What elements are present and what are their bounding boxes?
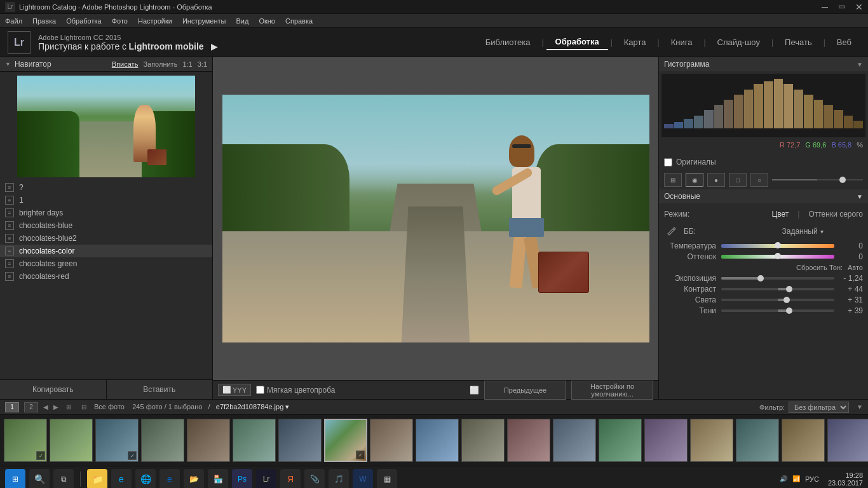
paste-button[interactable]: Вставить	[107, 380, 213, 399]
taskbar-clock[interactable]: 19:28 23.03.2017	[828, 471, 863, 487]
view-mode-square[interactable]: □	[729, 173, 747, 187]
film-thumb[interactable]: ✓	[95, 419, 139, 462]
menu-view[interactable]: Вид	[236, 17, 249, 25]
volume-icon[interactable]: 📶	[792, 475, 800, 482]
film-thumb[interactable]	[827, 419, 868, 462]
film-thumb[interactable]	[736, 419, 779, 462]
view-mode-dot[interactable]: ●	[707, 173, 725, 187]
page-2-btn[interactable]: 2	[24, 402, 38, 412]
preset-item[interactable]: ≡ chocolates-blue	[0, 219, 212, 232]
originals-checkbox[interactable]	[664, 158, 672, 166]
menu-help[interactable]: Справка	[285, 17, 313, 25]
tab-develop[interactable]: Обработка	[546, 34, 608, 50]
film-thumb[interactable]	[141, 419, 184, 462]
tab-library[interactable]: Библиотека	[477, 35, 539, 50]
film-thumb[interactable]	[782, 419, 825, 462]
single-view-btn[interactable]: ⊟	[79, 402, 89, 412]
film-thumb-selected[interactable]: ✓	[324, 419, 367, 462]
close-button[interactable]: ✕	[855, 2, 863, 12]
prev-arrow[interactable]: ◀	[43, 403, 48, 410]
edge-button[interactable]: e	[159, 469, 180, 489]
next-arrow[interactable]: ▶	[53, 403, 58, 410]
preset-item[interactable]: ≡ chocolates-blue2	[0, 232, 212, 245]
zoom-1-1[interactable]: 1:1	[182, 60, 192, 68]
film-thumb[interactable]	[50, 419, 93, 462]
view-mode-circle2[interactable]: ○	[750, 173, 768, 187]
menu-develop[interactable]: Обработка	[66, 17, 101, 25]
default-settings-button[interactable]: Настройки по умолчанию...	[571, 381, 653, 400]
film-thumb[interactable]	[187, 419, 230, 462]
menu-settings[interactable]: Настройки	[138, 17, 172, 25]
ie-button[interactable]: e	[111, 469, 132, 489]
photoshop-button[interactable]: Ps	[232, 469, 252, 489]
preset-item[interactable]: ≡ chocolates-red	[0, 270, 212, 283]
app2-button[interactable]: 🎵	[329, 469, 349, 489]
menu-file[interactable]: Файл	[5, 17, 22, 25]
preset-item[interactable]: ≡ 1	[0, 194, 212, 207]
mode-color-value[interactable]: Цвет	[771, 210, 789, 219]
tab-book[interactable]: Книга	[662, 35, 702, 50]
page-1-btn[interactable]: 1	[5, 402, 19, 412]
store-button[interactable]: 🏪	[208, 469, 228, 489]
navigator-collapse-icon[interactable]: ▼	[5, 61, 11, 67]
preset-item[interactable]: ≡ ?	[0, 181, 212, 194]
minimize-button[interactable]: ─	[822, 2, 828, 12]
histogram-collapse-icon[interactable]: ▼	[857, 61, 863, 68]
folder2-button[interactable]: 📂	[184, 469, 204, 489]
menu-tools[interactable]: Инструменты	[182, 17, 226, 25]
film-thumb[interactable]	[690, 419, 733, 462]
app3-button[interactable]: ▦	[377, 469, 397, 489]
film-thumb[interactable]	[553, 419, 596, 462]
grid-view-btn[interactable]: ⊞	[64, 402, 74, 412]
chrome-button[interactable]: 🌐	[135, 469, 156, 489]
filter-select[interactable]: Без фильтра Выбранные Отмеченные	[789, 402, 849, 413]
film-thumb[interactable]	[278, 419, 322, 462]
expand-icon[interactable]: ⬜	[470, 386, 479, 395]
copy-button[interactable]: Копировать	[0, 380, 107, 399]
zoom-3-1[interactable]: 3:1	[198, 60, 207, 68]
film-thumb[interactable]	[233, 419, 276, 462]
lang-indicator[interactable]: РУС	[805, 475, 819, 483]
soft-proof-label[interactable]: Мягкая цветопроба	[267, 386, 335, 395]
tab-slideshow[interactable]: Слайд-шоу	[709, 35, 769, 50]
eyedropper-icon[interactable]	[667, 226, 677, 236]
navigator-image[interactable]	[17, 76, 195, 177]
originals-label[interactable]: Оригиналы	[676, 158, 716, 166]
previous-button[interactable]: Предыдущее	[484, 381, 566, 400]
start-button[interactable]: ⊞	[5, 469, 25, 489]
file-explorer-button[interactable]: 📁	[87, 469, 107, 489]
film-thumb[interactable]	[370, 419, 413, 462]
search-button[interactable]: 🔍	[29, 469, 50, 489]
expand-filmstrip-btn[interactable]: ▼	[857, 403, 863, 410]
film-thumb[interactable]: ✓	[4, 419, 47, 462]
crop-tool[interactable]: ⬜ YYY	[218, 384, 251, 396]
reset-tone-auto[interactable]: Авто	[848, 264, 863, 271]
bb-value[interactable]: Заданный ▾	[782, 227, 864, 236]
tab-map[interactable]: Карта	[615, 35, 655, 50]
tab-print[interactable]: Печать	[776, 35, 821, 50]
soft-proof-checkbox[interactable]	[256, 386, 264, 394]
maximize-button[interactable]: ▭	[838, 2, 845, 12]
film-thumb[interactable]	[461, 419, 505, 462]
network-icon[interactable]: 🔊	[780, 475, 787, 482]
task-view-button[interactable]: ⧉	[53, 469, 74, 489]
zoom-fill[interactable]: Заполнить	[143, 60, 177, 68]
menu-photo[interactable]: Фото	[112, 17, 128, 25]
view-mode-circle[interactable]: ◉	[686, 173, 703, 187]
word-button[interactable]: W	[353, 469, 373, 489]
preset-item-chocolates-color[interactable]: ≡ chocolates-color	[0, 245, 212, 257]
view-mode-slider[interactable]	[772, 179, 863, 180]
mode-greyscale-value[interactable]: Оттенки серого	[808, 210, 863, 219]
tab-web[interactable]: Веб	[828, 35, 860, 50]
view-mode-grid[interactable]: ⊞	[664, 173, 682, 187]
film-thumb[interactable]	[644, 419, 688, 462]
menu-edit[interactable]: Правка	[32, 17, 56, 25]
lightroom-button[interactable]: Lr	[256, 469, 276, 489]
photo-viewer[interactable]	[213, 57, 658, 380]
preset-item[interactable]: ≡ brighter days	[0, 207, 212, 219]
film-thumb[interactable]	[416, 419, 459, 462]
menu-window[interactable]: Окно	[259, 17, 275, 25]
basics-section-header[interactable]: Основные ▼	[659, 189, 868, 203]
play-button[interactable]: ▶	[211, 41, 218, 51]
preset-item-chocolates-green[interactable]: ≡ chocolates green	[0, 257, 212, 270]
